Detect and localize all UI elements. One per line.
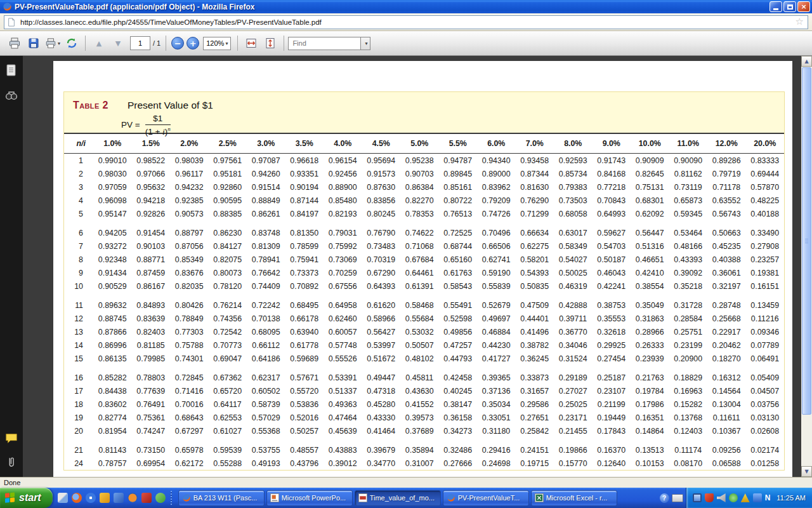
zoom-out-button[interactable]: − bbox=[171, 37, 184, 50]
volume-icon[interactable] bbox=[717, 493, 726, 502]
pv-factor-cell: 0.36061 bbox=[707, 266, 746, 279]
pv-factor-cell: 0.79383 bbox=[554, 180, 593, 194]
pv-factor-cell: 0.90090 bbox=[669, 154, 708, 168]
pv-factor-cell: 0.50187 bbox=[593, 253, 631, 266]
pv-factor-cell: 0.57870 bbox=[746, 180, 785, 194]
taskbar-button-pv-pdf[interactable]: PV-PresentValueT... bbox=[443, 490, 529, 506]
quicklaunch-firefox-icon[interactable] bbox=[72, 493, 82, 503]
pv-factor-cell: 0.22917 bbox=[707, 325, 746, 338]
close-button[interactable]: × bbox=[797, 1, 810, 12]
pv-factor-cell: 0.85734 bbox=[554, 167, 593, 180]
bookmark-star-icon[interactable]: ☆ bbox=[794, 17, 805, 27]
find-dropdown-button[interactable]: ▾ bbox=[361, 37, 370, 50]
scrollbar-thumb[interactable] bbox=[802, 67, 811, 415]
pv-factor-cell: 0.86230 bbox=[209, 226, 247, 239]
pv-factor-cell: 0.55288 bbox=[209, 457, 247, 470]
pv-factor-cell: 0.82774 bbox=[93, 411, 132, 424]
next-page-button[interactable]: ▼ bbox=[109, 34, 127, 53]
minimize-button[interactable] bbox=[769, 1, 782, 12]
table-row: 80.923480.887710.853490.820750.789410.75… bbox=[64, 253, 784, 266]
scroll-up-button[interactable]: ▲ bbox=[801, 56, 812, 67]
fit-page-button[interactable] bbox=[261, 34, 279, 53]
pv-factor-cell: 0.95181 bbox=[209, 167, 247, 180]
maximize-glyph bbox=[787, 4, 793, 10]
display-settings-icon[interactable] bbox=[693, 493, 702, 502]
table-row: 240.787570.699540.621720.552880.491930.4… bbox=[64, 457, 784, 470]
pv-factor-cell: 0.02608 bbox=[746, 424, 785, 438]
network-icon[interactable] bbox=[753, 493, 762, 502]
pv-factor-cell: 0.35049 bbox=[631, 298, 669, 312]
pv-factor-cell: 0.67556 bbox=[324, 279, 362, 293]
pv-factor-cell: 0.85161 bbox=[439, 180, 478, 194]
pv-factor-cell: 0.74356 bbox=[209, 312, 247, 325]
pv-factor-cell: 0.90103 bbox=[132, 239, 171, 253]
rate-column-header: 1.0% bbox=[93, 133, 132, 154]
quicklaunch-messenger-icon[interactable] bbox=[155, 493, 166, 503]
start-button[interactable]: start bbox=[0, 488, 53, 508]
zoom-level-dropdown[interactable]: 120% ▾ bbox=[203, 37, 231, 50]
taskbar-button-excel[interactable]: Microsoft Excel - r... bbox=[531, 490, 617, 506]
quicklaunch-internet-explorer-icon[interactable] bbox=[86, 493, 96, 503]
quicklaunch-media-player-icon[interactable] bbox=[128, 493, 138, 503]
pv-factor-cell: 0.49447 bbox=[362, 371, 401, 384]
novell-icon[interactable]: N bbox=[765, 493, 771, 502]
url-input[interactable] bbox=[19, 18, 794, 27]
messenger-status-icon[interactable] bbox=[729, 493, 738, 502]
maximize-button[interactable] bbox=[783, 1, 796, 12]
comments-panel-button[interactable] bbox=[3, 430, 20, 446]
pv-factor-cell: 0.34770 bbox=[362, 457, 401, 470]
pv-factor-cell: 0.53997 bbox=[362, 338, 401, 352]
pv-factor-cell: 0.61763 bbox=[439, 266, 478, 279]
pages-panel-button[interactable] bbox=[3, 62, 20, 79]
page-number-input[interactable] bbox=[130, 36, 150, 50]
fit-width-button[interactable] bbox=[242, 34, 260, 53]
help-icon[interactable]: ? bbox=[660, 493, 669, 503]
collaborate-button[interactable] bbox=[63, 34, 81, 53]
pv-factor-cell: 0.61778 bbox=[285, 338, 324, 352]
previous-page-button[interactable]: ▲ bbox=[90, 34, 108, 53]
pv-factor-cell: 0.39365 bbox=[477, 371, 516, 384]
chevron-down-icon: ▾ bbox=[225, 41, 228, 46]
pv-factor-cell: 0.26333 bbox=[631, 338, 669, 352]
pv-factor-cell: 0.90909 bbox=[631, 154, 669, 168]
pv-factor-cell: 0.53755 bbox=[247, 443, 285, 457]
attachments-panel-button[interactable] bbox=[3, 454, 20, 471]
print-options-dropdown-button[interactable]: ▾ bbox=[44, 34, 62, 53]
powerpoint-icon bbox=[270, 493, 279, 502]
quicklaunch-acrobat-icon[interactable] bbox=[141, 493, 152, 503]
pv-factor-cell: 0.24151 bbox=[516, 443, 554, 457]
show-desktop-icon[interactable] bbox=[58, 493, 68, 503]
pv-factor-cell: 0.82035 bbox=[170, 279, 209, 293]
search-panel-button[interactable] bbox=[3, 88, 20, 104]
quicklaunch-word-icon[interactable] bbox=[114, 493, 124, 503]
alert-icon[interactable] bbox=[741, 493, 750, 502]
pv-factor-cell: 0.97059 bbox=[93, 180, 132, 194]
find-input[interactable] bbox=[291, 39, 358, 48]
keyboard-icon[interactable] bbox=[672, 494, 683, 502]
scrollbar-track[interactable] bbox=[801, 67, 812, 466]
address-bar: ☆ bbox=[0, 13, 812, 31]
scroll-down-button[interactable]: ▼ bbox=[801, 466, 812, 477]
pv-factor-cell: 0.74622 bbox=[400, 226, 439, 239]
firefox-logo-icon bbox=[3, 2, 12, 11]
quicklaunch-outlook-icon[interactable] bbox=[100, 493, 110, 503]
row-group-spacer bbox=[64, 365, 784, 371]
zoom-in-button[interactable]: + bbox=[187, 37, 199, 50]
save-button[interactable] bbox=[25, 34, 43, 53]
pv-factor-cell: 0.47509 bbox=[516, 298, 554, 312]
pv-factor-cell: 0.76214 bbox=[209, 298, 247, 312]
pv-factor-cell: 0.76642 bbox=[247, 266, 285, 279]
pv-factor-cell: 0.35034 bbox=[477, 398, 516, 411]
pv-factor-cell: 0.34046 bbox=[554, 338, 593, 352]
taskbar-button-timevalue[interactable]: Time_value_of_mo... bbox=[355, 490, 441, 506]
pv-factor-cell: 0.89845 bbox=[439, 167, 478, 180]
security-shield-icon[interactable] bbox=[705, 493, 714, 502]
taskbar-button-powerpoint[interactable]: Microsoft PowerPo... bbox=[266, 490, 353, 506]
formula-fraction: $1 (1 + i)n bbox=[145, 114, 171, 137]
taskbar-button-ba213[interactable]: BA 213 W11 (Pasc... bbox=[178, 490, 265, 506]
pv-factor-cell: 0.42241 bbox=[593, 279, 631, 293]
pv-factor-cell: 0.38782 bbox=[516, 338, 554, 352]
pv-factor-cell: 0.79719 bbox=[707, 167, 746, 180]
print-button[interactable] bbox=[6, 34, 23, 53]
pv-factor-cell: 0.60502 bbox=[247, 384, 285, 398]
